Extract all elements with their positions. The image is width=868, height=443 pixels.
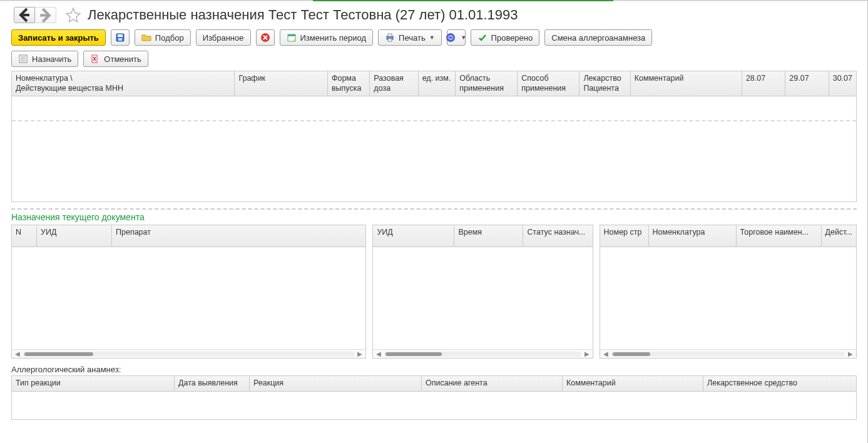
panel-schedule[interactable]: УИД Время Статус назнач... ◀ ▶ bbox=[372, 225, 593, 359]
svg-rect-3 bbox=[118, 34, 123, 37]
col-status[interactable]: Статус назнач... bbox=[523, 225, 592, 247]
col-drug[interactable]: Лекарственное средство bbox=[703, 376, 856, 391]
allergy-change-button[interactable]: Смена аллергоанамнеза bbox=[544, 29, 652, 46]
save-icon bbox=[115, 33, 125, 43]
cancel-icon bbox=[90, 54, 100, 64]
dropdown-icon: ▼ bbox=[461, 34, 466, 41]
allergy-label: Аллергологический анамнез: bbox=[0, 359, 868, 375]
dropdown-icon: ▼ bbox=[429, 34, 435, 41]
col-area[interactable]: Область применения bbox=[456, 71, 518, 96]
col-date-3[interactable]: 30.07 bbox=[829, 71, 856, 96]
delete-button[interactable] bbox=[256, 29, 275, 46]
verified-button[interactable]: Проверено bbox=[471, 29, 540, 46]
col-uid[interactable]: УИД bbox=[37, 225, 112, 247]
change-period-button[interactable]: Изменить период bbox=[280, 29, 374, 46]
col-row-num[interactable]: Номер стр bbox=[600, 225, 649, 247]
assign-button[interactable]: Назначить bbox=[11, 51, 78, 67]
button-label: Печать bbox=[399, 33, 426, 43]
col-reaction[interactable]: Реакция bbox=[250, 376, 422, 391]
favorites-button[interactable]: Избранное bbox=[196, 29, 251, 46]
panel-prescriptions-list[interactable]: N УИД Препарат ◀ ▶ bbox=[11, 225, 366, 359]
grid-header-row: Номенклатура \ Действующие вещества МНН … bbox=[12, 71, 856, 96]
col-date-2[interactable]: 29.07 bbox=[785, 71, 829, 96]
col-comment[interactable]: Комментарий bbox=[631, 71, 742, 96]
scroll-left-icon[interactable]: ◀ bbox=[375, 350, 382, 357]
button-label: Отменить bbox=[104, 54, 141, 64]
nav-back-button[interactable] bbox=[14, 7, 35, 23]
col-form[interactable]: Форма выпуска bbox=[328, 71, 370, 96]
button-label: Проверено bbox=[491, 33, 533, 43]
allergy-grid[interactable]: Тип реакции Дата выявления Реакция Описа… bbox=[11, 375, 857, 420]
col-agent-desc[interactable]: Описание агента bbox=[422, 376, 563, 391]
calendar-edit-icon bbox=[287, 33, 297, 43]
col-reaction-type[interactable]: Тип реакции bbox=[12, 376, 175, 391]
svg-rect-7 bbox=[288, 34, 295, 36]
button-label: Смена аллергоанамнеза bbox=[551, 33, 645, 43]
svg-rect-9 bbox=[388, 34, 392, 36]
h-scrollbar[interactable]: ◀ ▶ bbox=[12, 349, 365, 358]
col-action[interactable]: Дейст... bbox=[822, 225, 856, 247]
h-scrollbar[interactable]: ◀ ▶ bbox=[373, 349, 592, 358]
col-method[interactable]: Способ применения bbox=[518, 71, 580, 96]
col-dose[interactable]: Разовая доза bbox=[370, 71, 418, 96]
title-bar: Лекарственные назначения Тест Тест Тесто… bbox=[0, 3, 868, 27]
col-date[interactable]: Дата выявления bbox=[175, 376, 250, 391]
secondary-toolbar: Назначить Отменить bbox=[0, 48, 868, 69]
col-time[interactable]: Время bbox=[454, 225, 523, 247]
nav-forward-button bbox=[35, 7, 56, 23]
print-icon bbox=[385, 33, 395, 43]
print-button[interactable]: Печать ▼ bbox=[378, 29, 442, 46]
col-trade-name[interactable]: Торговое наимен... bbox=[737, 225, 822, 247]
main-toolbar: Записать и закрыть Подбор Избранное Изме… bbox=[0, 27, 868, 48]
delete-icon bbox=[260, 33, 270, 43]
col-schedule[interactable]: График bbox=[235, 71, 328, 96]
h-scrollbar[interactable]: ◀ ▶ bbox=[600, 349, 856, 358]
col-nomenclature[interactable]: Номенклатура \ Действующие вещества МНН bbox=[12, 71, 235, 96]
col-nomenclature[interactable]: Номенклатура bbox=[649, 225, 737, 247]
button-label: Изменить период bbox=[300, 33, 367, 43]
save-close-button[interactable]: Записать и закрыть bbox=[11, 29, 106, 46]
scroll-left-icon[interactable]: ◀ bbox=[603, 350, 609, 357]
col-drug[interactable]: Препарат bbox=[112, 225, 365, 247]
folder-icon bbox=[141, 33, 151, 43]
favorite-star-icon[interactable] bbox=[65, 7, 81, 23]
save-button[interactable] bbox=[111, 29, 130, 46]
col-date-1[interactable]: 28.07 bbox=[742, 71, 785, 96]
page-title: Лекарственные назначения Тест Тест Тесто… bbox=[88, 7, 518, 23]
button-label: Назначить bbox=[32, 54, 71, 64]
button-label: Избранное bbox=[203, 33, 244, 43]
col-n[interactable]: N bbox=[12, 225, 37, 247]
svg-rect-10 bbox=[388, 39, 392, 41]
section-title: Назначения текущего документа bbox=[0, 212, 868, 225]
svg-rect-4 bbox=[118, 38, 122, 41]
pick-button[interactable]: Подбор bbox=[135, 29, 191, 46]
button-label: Подбор bbox=[155, 33, 184, 43]
check-icon bbox=[477, 33, 488, 43]
list-icon bbox=[18, 54, 28, 64]
prescriptions-grid[interactable]: Номенклатура \ Действующие вещества МНН … bbox=[11, 71, 857, 202]
scroll-right-icon[interactable]: ▶ bbox=[357, 350, 363, 357]
col-comment[interactable]: Комментарий bbox=[563, 376, 703, 391]
col-unit[interactable]: ед. изм. bbox=[419, 71, 456, 96]
panel-nomenclature[interactable]: Номер стр Номенклатура Торговое наимен..… bbox=[600, 225, 857, 359]
col-patient-med[interactable]: Лекарство Пациента bbox=[580, 71, 630, 96]
scroll-right-icon[interactable]: ▶ bbox=[584, 350, 590, 357]
button-label: Записать и закрыть bbox=[18, 33, 99, 43]
external-link-button[interactable]: ▼ bbox=[447, 29, 466, 46]
svg-point-11 bbox=[446, 33, 455, 42]
scroll-right-icon[interactable]: ▶ bbox=[847, 350, 854, 357]
cancel-button[interactable]: Отменить bbox=[83, 51, 148, 67]
link-icon bbox=[446, 33, 456, 43]
scroll-left-icon[interactable]: ◀ bbox=[14, 350, 21, 357]
col-uid[interactable]: УИД bbox=[373, 225, 454, 247]
